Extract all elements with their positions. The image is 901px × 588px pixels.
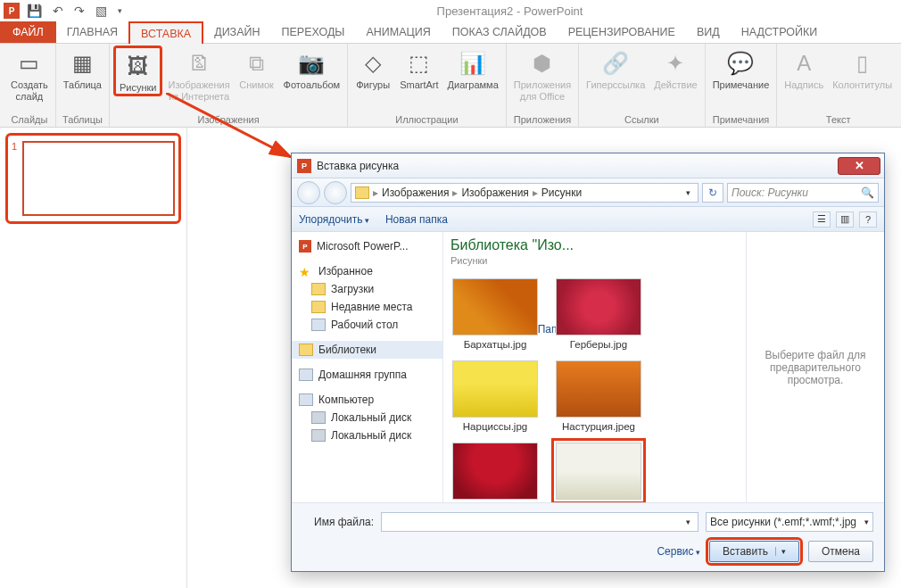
- refresh-button[interactable]: ↻: [702, 183, 723, 203]
- help-button[interactable]: ?: [859, 211, 877, 228]
- file-item-selected[interactable]: Ромашки.jpg: [554, 443, 643, 502]
- tab-insert[interactable]: ВСТАВКА: [128, 21, 203, 44]
- table-button[interactable]: ▦ Таблица: [60, 46, 105, 91]
- libraries-icon: [299, 344, 313, 356]
- preview-pane-button[interactable]: ▥: [836, 211, 854, 228]
- tab-review[interactable]: РЕЦЕНЗИРОВАНИЕ: [558, 21, 686, 43]
- file-thumbnail: [556, 360, 641, 418]
- photo-album-button[interactable]: 📷 Фотоальбом: [280, 46, 344, 91]
- dialog-title-bar[interactable]: P Вставка рисунка ✕: [292, 153, 884, 178]
- file-item[interactable]: Герберы.jpg: [554, 278, 643, 350]
- filetype-combo[interactable]: Все рисунки (*.emf;*.wmf;*.jpg▾: [706, 512, 873, 532]
- tab-design[interactable]: ДИЗАЙН: [203, 21, 270, 43]
- tab-slideshow[interactable]: ПОКАЗ СЛАЙДОВ: [442, 21, 558, 43]
- file-item[interactable]: Настурция.jpeg: [554, 360, 643, 432]
- tree-item-powerpoint: PMicrosoft PowerP...: [292, 237, 442, 255]
- file-thumbnail: [556, 443, 641, 500]
- file-thumbnail: [556, 278, 641, 335]
- drive-icon: [311, 411, 326, 424]
- window-title: Презентация2 - PowerPoint: [122, 4, 897, 18]
- tree-item-homegroup: Домашняя группа: [292, 366, 442, 384]
- new-folder-button[interactable]: Новая папка: [385, 213, 448, 226]
- file-thumbnail: [452, 278, 538, 335]
- chart-button[interactable]: 📊 Диаграмма: [444, 46, 502, 91]
- search-input[interactable]: Поиск: Рисунки 🔍: [727, 183, 879, 203]
- textbox-button[interactable]: A Надпись: [781, 46, 827, 91]
- hyperlink-icon: 🔗: [601, 49, 630, 78]
- insert-picture-dialog: P Вставка рисунка ✕ ▸ Изображения ▸ Изоб…: [291, 153, 885, 572]
- smartart-icon: ⬚: [405, 49, 434, 78]
- tree-item-recent: Недавние места: [292, 298, 442, 316]
- file-list: Библиотека "Изо... Рисунки Упорядочить: …: [443, 232, 746, 502]
- undo-icon[interactable]: ↶: [53, 4, 63, 18]
- table-icon: ▦: [68, 49, 96, 78]
- redo-icon[interactable]: ↷: [74, 4, 85, 18]
- tree-item-downloads: Загрузки: [292, 280, 442, 298]
- tree-item-drive: Локальный диск: [292, 409, 442, 427]
- filename-input[interactable]: ▾: [381, 512, 698, 532]
- pictures-button[interactable]: 🖼 Рисунки: [113, 46, 163, 96]
- tab-transitions[interactable]: ПЕРЕХОДЫ: [271, 21, 356, 43]
- library-subtitle: Рисунки: [450, 255, 739, 266]
- nav-back-button[interactable]: [297, 181, 320, 204]
- folder-icon: [311, 301, 326, 313]
- tab-animation[interactable]: АНИМАЦИЯ: [355, 21, 441, 43]
- shapes-button[interactable]: ◇ Фигуры: [351, 46, 394, 91]
- chevron-down-icon: ▾: [864, 518, 869, 526]
- online-pictures-button[interactable]: 🖻 Изображения из Интернета: [164, 46, 233, 103]
- apps-button[interactable]: ⬢ Приложения для Office: [510, 46, 574, 103]
- tab-addins[interactable]: НАДСТРОЙКИ: [731, 21, 829, 43]
- insert-button[interactable]: Вставить: [709, 541, 799, 562]
- action-icon: ✦: [661, 49, 690, 78]
- library-title: Библиотека "Изо...: [450, 237, 739, 253]
- dialog-footer: Имя файла: ▾ Все рисунки (*.emf;*.wmf;*.…: [292, 502, 884, 571]
- address-dropdown-icon[interactable]: ▾: [682, 188, 694, 197]
- screenshot-button[interactable]: ⧉ Снимок: [236, 46, 278, 91]
- file-item[interactable]: Розы.jpg: [450, 443, 540, 502]
- tree-item-computer: Компьютер: [292, 391, 442, 409]
- online-pictures-icon: 🖻: [185, 49, 213, 78]
- pictures-icon: 🖼: [124, 52, 153, 80]
- nav-forward-button[interactable]: [324, 181, 347, 204]
- close-button[interactable]: ✕: [838, 157, 880, 175]
- tree-item-desktop: Рабочий стол: [292, 316, 442, 334]
- organize-button[interactable]: Упорядочить: [299, 213, 369, 226]
- tree-item-drive: Локальный диск: [292, 427, 442, 444]
- filename-label: Имя файла:: [302, 516, 374, 528]
- file-item[interactable]: Нарциссы.jpg: [450, 360, 540, 432]
- breadcrumb-item[interactable]: Изображения: [382, 186, 449, 199]
- apps-icon: ⬢: [528, 49, 557, 78]
- filename-dropdown-icon[interactable]: ▾: [682, 518, 694, 526]
- title-bar: P 💾 ↶ ↷ ▧ ▾ Презентация2 - PowerPoint: [0, 0, 901, 21]
- comment-icon: 💬: [726, 49, 755, 78]
- service-dropdown[interactable]: Сервис: [657, 545, 700, 558]
- address-bar[interactable]: ▸ Изображения ▸ Изображения ▸ Рисунки ▾: [351, 183, 698, 203]
- tab-view[interactable]: ВИД: [686, 21, 731, 43]
- group-text: A Надпись ▯ Колонтитулы Текст: [777, 44, 899, 127]
- dialog-body: PMicrosoft PowerP... ★Избранное Загрузки…: [292, 232, 884, 502]
- folder-icon: [311, 283, 326, 295]
- view-mode-button[interactable]: ☰: [813, 211, 831, 228]
- new-slide-button[interactable]: ▭ Создать слайд: [7, 46, 52, 103]
- breadcrumb-item[interactable]: Изображения: [461, 186, 528, 199]
- file-item[interactable]: Бархатцы.jpg: [450, 278, 540, 350]
- preview-pane: Выберите файл для предварительного просм…: [746, 232, 884, 502]
- start-slideshow-icon[interactable]: ▧: [95, 4, 107, 18]
- header-footer-button[interactable]: ▯ Колонтитулы: [829, 46, 896, 91]
- save-icon[interactable]: 💾: [27, 4, 42, 18]
- cancel-button[interactable]: Отмена: [808, 541, 873, 562]
- tree-item-favorites: ★Избранное: [292, 262, 442, 280]
- smartart-button[interactable]: ⬚ SmartArt: [396, 46, 442, 91]
- tab-file[interactable]: ФАЙЛ: [0, 21, 56, 43]
- comment-button[interactable]: 💬 Примечание: [709, 46, 773, 91]
- breadcrumb-item[interactable]: Рисунки: [541, 186, 582, 199]
- screenshot-icon: ⧉: [243, 49, 271, 78]
- folder-tree[interactable]: PMicrosoft PowerP... ★Избранное Загрузки…: [292, 232, 443, 502]
- group-images: 🖼 Рисунки 🖻 Изображения из Интернета ⧉ С…: [110, 44, 348, 127]
- slide-thumbnail-1[interactable]: 1: [5, 133, 181, 224]
- action-button[interactable]: ✦ Действие: [650, 46, 700, 91]
- photo-album-icon: 📷: [297, 49, 326, 78]
- tab-home[interactable]: ГЛАВНАЯ: [56, 21, 128, 43]
- hyperlink-button[interactable]: 🔗 Гиперссылка: [583, 46, 649, 91]
- homegroup-icon: [299, 369, 313, 381]
